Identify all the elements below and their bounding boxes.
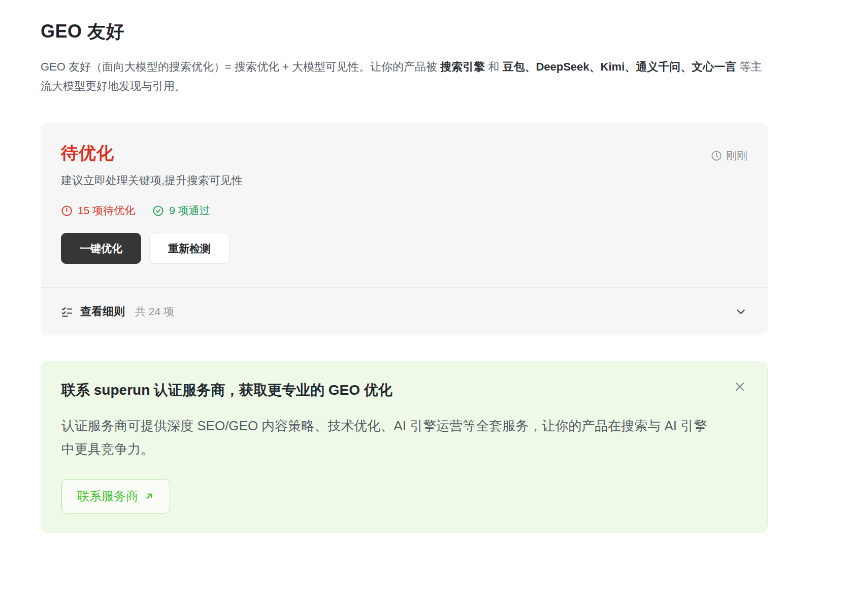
close-icon[interactable] bbox=[733, 380, 747, 394]
contact-provider-label: 联系服务商 bbox=[77, 488, 138, 504]
check-circle-icon bbox=[152, 205, 164, 217]
recheck-button[interactable]: 重新检测 bbox=[149, 233, 230, 264]
page-title: GEO 友好 bbox=[41, 19, 768, 44]
details-label: 查看细则 bbox=[80, 304, 125, 319]
description-text: 和 bbox=[485, 60, 502, 73]
last-checked-timestamp: 刚刚 bbox=[711, 142, 747, 163]
timestamp-label: 刚刚 bbox=[726, 149, 747, 163]
status-subtitle: 建议立即处理关键项,提升搜索可见性 bbox=[61, 173, 243, 188]
alert-circle-icon bbox=[61, 205, 73, 217]
status-title: 待优化 bbox=[61, 142, 243, 165]
optimize-button[interactable]: 一键优化 bbox=[61, 233, 141, 264]
status-card-left: 待优化 建议立即处理关键项,提升搜索可见性 15 项待优化 bbox=[61, 142, 243, 264]
details-toggle-row[interactable]: 查看细则 共 24 项 bbox=[41, 287, 768, 335]
description-bold-term: 豆包、DeepSeek、Kimi、通义千问、文心一言 bbox=[502, 60, 736, 73]
contact-provider-button[interactable]: 联系服务商 bbox=[61, 479, 170, 514]
description-text: GEO 友好（面向大模型的搜索优化）= 搜索优化 + 大模型可见性。让你的产品被 bbox=[41, 60, 440, 73]
promo-body: 认证服务商可提供深度 SEO/GEO 内容策略、技术优化、AI 引擎运营等全套服… bbox=[61, 414, 716, 461]
page-content: GEO 友好 GEO 友好（面向大模型的搜索优化）= 搜索优化 + 大模型可见性… bbox=[41, 19, 768, 533]
service-promo-banner: 联系 superun 认证服务商，获取更专业的 GEO 优化 认证服务商可提供深… bbox=[41, 361, 768, 533]
status-badges: 15 项待优化 9 项通过 bbox=[61, 203, 243, 218]
status-card: 待优化 建议立即处理关键项,提升搜索可见性 15 项待优化 bbox=[41, 122, 768, 335]
passed-badge-label: 9 项通过 bbox=[169, 203, 210, 218]
chevron-down-icon[interactable] bbox=[734, 305, 747, 318]
details-count: 共 24 项 bbox=[135, 304, 174, 319]
page-description: GEO 友好（面向大模型的搜索优化）= 搜索优化 + 大模型可见性。让你的产品被… bbox=[41, 57, 768, 96]
description-bold-term: 搜索引擎 bbox=[440, 60, 485, 73]
pending-badge: 15 项待优化 bbox=[61, 203, 135, 218]
passed-badge: 9 项通过 bbox=[152, 203, 210, 218]
arrow-up-right-icon bbox=[144, 491, 154, 501]
pending-badge-label: 15 项待优化 bbox=[78, 203, 135, 218]
status-actions: 一键优化 重新检测 bbox=[61, 233, 243, 264]
details-toggle-left: 查看细则 共 24 项 bbox=[61, 304, 734, 319]
clock-icon bbox=[711, 150, 722, 161]
promo-title: 联系 superun 认证服务商，获取更专业的 GEO 优化 bbox=[61, 381, 747, 400]
status-card-main: 待优化 建议立即处理关键项,提升搜索可见性 15 项待优化 bbox=[41, 122, 768, 287]
list-checks-icon bbox=[61, 305, 73, 318]
